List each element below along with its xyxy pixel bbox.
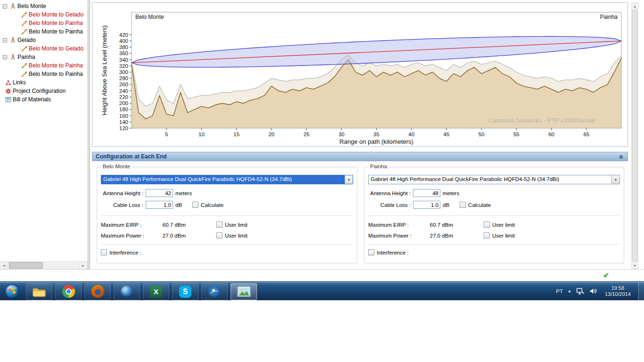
tree-item-bill-of-materials[interactable]: Bill of Materials	[0, 95, 87, 104]
tree-item-link[interactable]: Belo Monte to Painha	[0, 61, 87, 70]
gear-icon	[5, 88, 11, 94]
calculate-checkbox[interactable]	[460, 202, 466, 208]
excel-icon: X	[150, 286, 162, 298]
taskbar-button-skype[interactable]: S	[172, 283, 198, 300]
tree-item-project-configuration[interactable]: Project Configuration	[0, 87, 87, 95]
taskbar-button-chrome[interactable]	[55, 283, 82, 300]
taskbar-button-google-earth[interactable]	[201, 283, 228, 300]
tree-horizontal-scrollbar[interactable]: ◄ ►	[0, 261, 87, 269]
language-indicator[interactable]: PT	[556, 288, 563, 294]
svg-text:160: 160	[119, 113, 128, 119]
tree-item-site[interactable]: Belo Monte	[0, 2, 87, 10]
interference-checkbox[interactable]	[101, 249, 107, 255]
scrollbar-track[interactable]	[8, 262, 79, 269]
scrollbar-thumb[interactable]	[9, 262, 43, 269]
divider	[101, 244, 353, 245]
svg-text:Height Above Sea Level (meters: Height Above Sea Level (meters)	[101, 25, 108, 115]
svg-text:15: 15	[233, 132, 239, 137]
svg-text:200: 200	[119, 100, 128, 106]
tree-item-label: Painha	[17, 54, 35, 60]
links-icon	[5, 79, 11, 86]
taskbar-button-excel[interactable]: X	[143, 283, 169, 300]
divider	[368, 244, 620, 245]
max-eirp-label: Maximum EIRP :	[101, 222, 160, 228]
tree-item-link[interactable]: Belo Monte to Painha	[0, 27, 87, 36]
scrollbar-thumb[interactable]	[632, 10, 638, 261]
antenna-height-input[interactable]	[146, 189, 173, 197]
taskbar-button-globe[interactable]	[114, 283, 140, 300]
user-limit-checkbox[interactable]	[484, 232, 490, 239]
main-vertical-scrollbar[interactable]: ▲ ▼	[631, 2, 638, 269]
tree-item-links[interactable]: Links	[0, 78, 87, 87]
scroll-left-button[interactable]: ◄	[0, 262, 8, 269]
network-icon[interactable]	[576, 288, 585, 295]
tree-collapse-expander-icon[interactable]	[3, 4, 7, 8]
show-desktop-button[interactable]	[638, 282, 644, 301]
taskbar-button-windows-explorer[interactable]	[26, 283, 52, 300]
max-eirp-value: 60.7 dBm	[160, 222, 186, 228]
tree-item-label: Links	[13, 79, 26, 86]
end-name-label: Belo Monte	[101, 164, 132, 169]
tree-item-site[interactable]: Gelado	[0, 36, 87, 44]
main-panel: 1201401601802002202402602803003203403603…	[90, 0, 644, 269]
svg-text:20: 20	[268, 132, 274, 137]
dropdown-arrow-icon[interactable]: ▼	[345, 175, 353, 184]
svg-text:380: 380	[119, 44, 128, 50]
scroll-right-button[interactable]: ►	[79, 262, 87, 269]
user-limit-checkbox[interactable]	[216, 232, 223, 239]
path-profile-chart: 1201401601802002202402602803003203403603…	[92, 3, 627, 146]
cable-loss-input[interactable]	[413, 201, 440, 209]
antenna-selected-option: Gabriel 4ft High Performance Dual QuickF…	[101, 175, 345, 184]
divider	[368, 215, 620, 216]
antenna-height-unit: meters	[175, 190, 192, 196]
config-section-title: Configuration at Each End	[96, 153, 167, 160]
interference-checkbox[interactable]	[368, 249, 374, 255]
svg-text:35: 35	[373, 132, 380, 137]
svg-text:55: 55	[513, 132, 520, 137]
table-icon	[5, 96, 11, 103]
user-limit-label: User limit	[225, 233, 248, 239]
site-icon	[9, 54, 16, 60]
svg-text:Range on path (kilometers): Range on path (kilometers)	[339, 138, 413, 145]
google-earth-icon	[208, 286, 221, 298]
image-viewer-icon	[237, 286, 251, 297]
svg-text:360: 360	[119, 50, 128, 56]
system-tray: PT ▲ 19:58 13/10/2014	[556, 282, 644, 301]
tree-item-link[interactable]: Belo Monte to Gelado	[0, 44, 87, 53]
tree-item-site[interactable]: Painha	[0, 53, 87, 61]
config-section-header[interactable]: Configuration at Each End	[92, 152, 628, 161]
clock[interactable]: 19:58 13/10/2014	[602, 285, 634, 297]
scroll-down-button[interactable]: ▼	[631, 262, 638, 269]
scroll-up-button[interactable]: ▲	[631, 2, 638, 10]
dropdown-arrow-icon[interactable]: ▼	[611, 175, 619, 184]
tree-item-link[interactable]: Belo Monte to Gelado	[0, 10, 87, 19]
tree-item-label: Gelado	[17, 37, 36, 43]
cable-loss-input[interactable]	[146, 201, 173, 209]
antenna-select[interactable]: Gabriel 4ft High Performance Dual QuickF…	[101, 175, 353, 184]
svg-text:40: 40	[408, 132, 414, 137]
link-icon	[21, 45, 27, 52]
user-limit-checkbox[interactable]	[216, 222, 223, 228]
user-limit-checkbox[interactable]	[484, 222, 490, 228]
tree-item-label: Belo Monte to Painha	[29, 62, 83, 69]
tree-collapse-expander-icon[interactable]	[3, 38, 7, 42]
collapse-section-icon[interactable]	[618, 153, 624, 160]
hidden-icons-button[interactable]: ▲	[568, 289, 571, 293]
start-button[interactable]	[0, 282, 25, 301]
calculate-checkbox[interactable]	[192, 202, 198, 208]
taskbar-button-firefox[interactable]	[84, 283, 111, 300]
path-profile-chart-panel: 1201401601802002202402602803003203403603…	[92, 2, 628, 147]
tree-collapse-expander-icon[interactable]	[3, 55, 7, 59]
taskbar-button-image-viewer[interactable]	[231, 283, 257, 300]
tree-item-link[interactable]: Belo Monte to Painha	[0, 70, 87, 78]
antenna-select[interactable]: Gabriel 4ft High Performance Dual QuickF…	[368, 175, 620, 184]
antenna-height-input[interactable]	[413, 189, 440, 197]
firefox-icon	[91, 285, 104, 298]
cable-loss-unit: dB	[443, 202, 449, 208]
svg-text:140: 140	[119, 119, 128, 125]
volume-icon[interactable]	[589, 288, 597, 295]
max-power-label: Maximum Power :	[368, 233, 427, 239]
antenna-height-label: Antenna Height :	[368, 190, 411, 196]
tree-item-label: Project Configuration	[13, 88, 66, 94]
tree-item-link[interactable]: Belo Monte to Painha	[0, 19, 87, 27]
